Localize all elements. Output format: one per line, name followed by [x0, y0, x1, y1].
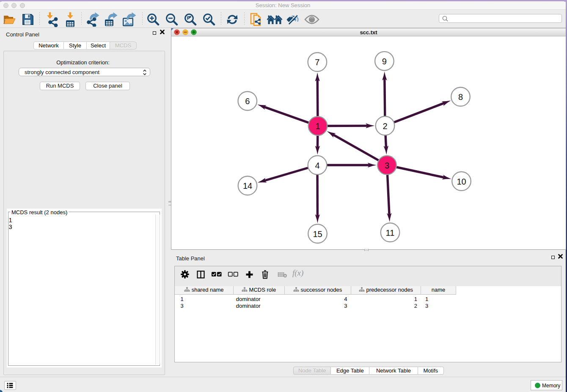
- svg-text:1: 1: [315, 121, 320, 131]
- svg-text:6: 6: [245, 97, 250, 106]
- svg-text:15: 15: [313, 229, 322, 239]
- svg-text:4: 4: [315, 161, 319, 170]
- svg-text:14: 14: [243, 181, 252, 190]
- svg-text:2: 2: [383, 121, 387, 131]
- svg-text:8: 8: [458, 92, 463, 102]
- svg-text:9: 9: [382, 57, 387, 66]
- svg-text:11: 11: [386, 228, 395, 237]
- svg-text:10: 10: [457, 177, 466, 186]
- svg-text:7: 7: [315, 58, 319, 67]
- svg-text:3: 3: [385, 161, 389, 170]
